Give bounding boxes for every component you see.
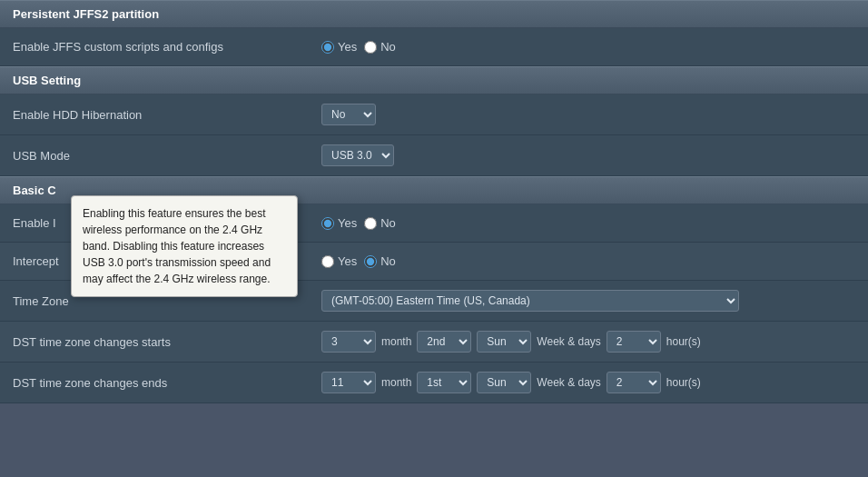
dst-starts-label: DST time zone changes starts — [13, 335, 321, 349]
jffs2-enable-control: Yes No — [321, 40, 396, 54]
jffs2-yes-label[interactable]: Yes — [321, 40, 357, 54]
timezone-control: (GMT-05:00) Eastern Time (US, Canada) (G… — [321, 290, 739, 312]
hdd-hibernation-select[interactable]: No Yes — [321, 104, 376, 125]
dst-ends-hour-select[interactable]: 0123 4567 89101112 — [607, 372, 661, 393]
basic-enable-yes-radio[interactable] — [321, 217, 334, 230]
basic-enable-yes-label[interactable]: Yes — [321, 216, 357, 230]
usb-header: USB Setting — [0, 66, 868, 94]
jffs2-enable-label: Enable JFFS custom scripts and configs — [13, 40, 321, 54]
dst-starts-row: DST time zone changes starts 1234 5678 9… — [0, 322, 868, 363]
dst-starts-month-select[interactable]: 1234 5678 9101112 — [321, 331, 376, 353]
intercept-no-text: No — [380, 254, 396, 268]
usb-mode-select[interactable]: USB 3.0 USB 2.0 — [321, 144, 394, 166]
jffs2-title: Persistent JFFS2 partition — [13, 7, 159, 21]
jffs2-yes-radio[interactable] — [321, 41, 334, 54]
jffs2-no-radio[interactable] — [364, 41, 377, 54]
basic-enable-no-text: No — [380, 216, 396, 230]
intercept-no-radio[interactable] — [364, 255, 377, 268]
dst-starts-week-select[interactable]: 1st2nd3rd4thLast — [417, 331, 471, 353]
jffs2-enable-row: Enable JFFS custom scripts and configs Y… — [0, 28, 868, 66]
jffs2-section: Persistent JFFS2 partition Enable JFFS c… — [0, 0, 868, 66]
jffs2-no-label[interactable]: No — [364, 40, 396, 54]
tooltip-text: Enabling this feature ensures the best w… — [83, 207, 271, 285]
usb-title: USB Setting — [13, 74, 81, 87]
basic-section: Basic C Enable I Yes No Enabling this fe… — [0, 176, 868, 403]
dst-starts-hour-unit: hour(s) — [666, 335, 701, 348]
dst-starts-month-unit: month — [381, 335, 411, 348]
intercept-yes-radio[interactable] — [321, 255, 334, 268]
usb-section: USB Setting Enable HDD Hibernation No Ye… — [0, 66, 868, 176]
dst-ends-label: DST time zone changes ends — [13, 376, 321, 390]
basic-title: Basic C — [13, 184, 56, 197]
intercept-yes-text: Yes — [338, 254, 357, 268]
usb-mode-row: USB Mode USB 3.0 USB 2.0 — [0, 135, 868, 176]
dst-ends-day-select[interactable]: SunMonTueWed ThuFriSat — [477, 372, 531, 393]
tooltip-box: Enabling this feature ensures the best w… — [71, 195, 298, 297]
dst-ends-month-unit: month — [381, 376, 411, 389]
intercept-yes-label[interactable]: Yes — [321, 254, 357, 268]
dst-starts-day-select[interactable]: SunMonTueWed ThuFriSat — [477, 331, 531, 353]
hdd-hibernation-label: Enable HDD Hibernation — [13, 108, 321, 122]
basic-enable-no-label[interactable]: No — [364, 216, 396, 230]
basic-enable-no-radio[interactable] — [364, 217, 377, 230]
timezone-select[interactable]: (GMT-05:00) Eastern Time (US, Canada) (G… — [321, 290, 739, 312]
dst-ends-control: 1234 5678 9101112 month 1st2nd3rd4thLast… — [321, 372, 701, 393]
basic-enable-row: Enable I Yes No Enabling this feature en… — [0, 204, 868, 243]
dst-ends-row: DST time zone changes ends 1234 5678 910… — [0, 363, 868, 403]
usb-mode-label: USB Mode — [13, 149, 321, 163]
dst-ends-month-select[interactable]: 1234 5678 9101112 — [321, 372, 376, 393]
basic-enable-yes-text: Yes — [338, 216, 357, 230]
dst-ends-week-select[interactable]: 1st2nd3rd4thLast — [417, 372, 471, 393]
dst-starts-week-days-label: Week & days — [537, 335, 600, 348]
hdd-hibernation-row: Enable HDD Hibernation No Yes — [0, 94, 868, 135]
basic-enable-control: Yes No — [321, 216, 396, 230]
dst-ends-week-days-label: Week & days — [537, 376, 600, 389]
hdd-hibernation-control: No Yes — [321, 104, 376, 125]
jffs2-no-text: No — [380, 40, 396, 54]
intercept-no-label[interactable]: No — [364, 254, 396, 268]
dst-starts-control: 1234 5678 9101112 month 1st2nd3rd4thLast… — [321, 331, 701, 353]
jffs2-yes-text: Yes — [338, 40, 357, 54]
dst-starts-hour-select[interactable]: 0123 4567 89101112 — [607, 331, 661, 353]
usb-mode-control: USB 3.0 USB 2.0 — [321, 144, 394, 166]
intercept-control: Yes No — [321, 254, 396, 268]
jffs2-header: Persistent JFFS2 partition — [0, 0, 868, 28]
dst-ends-hour-unit: hour(s) — [666, 376, 701, 389]
